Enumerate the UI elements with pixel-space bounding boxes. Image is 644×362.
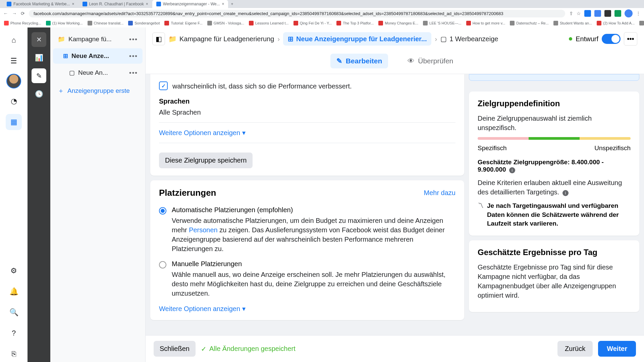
editor-header: ◧ 📁Kampagne für Leadgenerierung › ⊞Neue … bbox=[146, 27, 644, 74]
daily-results-card: Geschätzte Ergebnisse pro Tag Geschätzte… bbox=[469, 240, 639, 312]
close-icon[interactable]: × bbox=[72, 2, 74, 6]
close-button[interactable]: Schließen bbox=[154, 341, 196, 357]
tree-adset[interactable]: ⊞ Neue Anze... ••• bbox=[53, 48, 143, 64]
bookmark-item[interactable]: Datenschutz – Re... bbox=[510, 21, 549, 25]
extension-icon[interactable] bbox=[594, 10, 601, 17]
placement-manual-option[interactable]: Manuelle Platzierungen Wähle manuell aus… bbox=[159, 260, 455, 298]
browser-tab[interactable]: Leon R. Chaudhari | Facebook× bbox=[78, 0, 152, 8]
audience-size-row: Geschätzte Zielgruppengröße: 8.400.000 -… bbox=[478, 159, 631, 173]
close-icon[interactable]: × bbox=[222, 2, 224, 6]
overflow-button[interactable]: ••• bbox=[624, 32, 637, 46]
bookmark-item[interactable]: Student Wants an... bbox=[553, 21, 592, 25]
tree-ad[interactable]: ▢ Neue An... ••• bbox=[53, 65, 143, 80]
home-button[interactable]: ⌂ bbox=[6, 32, 22, 48]
radio-selected-icon[interactable] bbox=[159, 207, 166, 215]
profile-avatar[interactable] bbox=[625, 9, 633, 17]
add-adset-button[interactable]: ＋ Anzeigengruppe erste bbox=[53, 82, 143, 100]
url-input[interactable]: facebook.com/adsmanager/manage/adsets/ed… bbox=[29, 10, 565, 17]
add-label: Anzeigengruppe erste bbox=[67, 87, 130, 95]
breadcrumb-ad[interactable]: ▢1 Werbeanzeige bbox=[440, 35, 498, 43]
chart-button[interactable]: 📊 bbox=[32, 50, 46, 65]
save-audience-button[interactable]: Diese Zielgruppe speichern bbox=[159, 153, 253, 168]
bookmark-icon bbox=[249, 21, 254, 25]
bookmark-item[interactable]: Phone Recycling... bbox=[4, 21, 41, 25]
bookmark-item[interactable]: (2) How To Add A... bbox=[597, 21, 635, 25]
breadcrumb-campaign[interactable]: 📁Kampagne für Leadgenerierung bbox=[168, 35, 274, 43]
bookmark-item[interactable]: Tutorial: Eigene F... bbox=[164, 21, 202, 25]
edit-button[interactable]: ✎ bbox=[32, 68, 46, 83]
new-tab-button[interactable]: + bbox=[228, 2, 236, 6]
bookmarks-bar: Phone Recycling... (1) How Working... Ch… bbox=[0, 19, 644, 27]
bookmark-item[interactable]: (1) How Working... bbox=[46, 21, 83, 25]
export-button[interactable]: ⎘ bbox=[6, 346, 22, 362]
browser-tab[interactable]: Facebook Marketing & Werbe...× bbox=[3, 0, 78, 8]
tab-edit[interactable]: ✎Bearbeiten bbox=[330, 54, 388, 68]
help-button[interactable]: ? bbox=[6, 325, 22, 341]
people-link[interactable]: Personen bbox=[189, 226, 218, 234]
forward-icon[interactable]: → bbox=[12, 11, 17, 16]
criteria-text: Deine Kriterien erlauben aktuell eine Au… bbox=[478, 178, 631, 197]
settings-button[interactable]: ⚙ bbox=[6, 263, 22, 279]
menu-button[interactable]: ☰ bbox=[6, 53, 22, 69]
more-icon[interactable]: ••• bbox=[129, 69, 138, 76]
show-more-placements-button[interactable]: Weitere Optionen anzeigen▾ bbox=[159, 305, 455, 313]
tab-review[interactable]: 👁Überprüfen bbox=[401, 54, 459, 68]
next-button[interactable]: Weiter bbox=[598, 341, 636, 357]
bookmark-item[interactable]: Sonderangebot bbox=[128, 21, 160, 25]
close-icon[interactable]: × bbox=[146, 2, 148, 6]
placement-auto-option[interactable]: Automatische Platzierungen (empfohlen) V… bbox=[159, 206, 455, 253]
bookmark-item[interactable]: LEE 'S HOUSE---... bbox=[423, 21, 462, 25]
status-dot-icon bbox=[569, 37, 572, 41]
tree-campaign[interactable]: 📁 Kampagne fü... ••• bbox=[53, 32, 143, 47]
grid-button[interactable]: ▦ bbox=[6, 114, 22, 130]
dark-nav: ✕ 📊 ✎ 🕓 bbox=[28, 27, 50, 362]
tree-label: Kampagne fü... bbox=[68, 36, 112, 43]
languages-label: Sprachen bbox=[159, 98, 455, 105]
bookmark-item[interactable]: The Top 3 Platfor... bbox=[336, 21, 374, 25]
bookmark-item[interactable]: Money Changes E... bbox=[378, 21, 418, 25]
favicon-icon bbox=[83, 2, 87, 6]
reload-icon[interactable]: ⟳ bbox=[21, 11, 25, 16]
back-button[interactable]: Zurück bbox=[557, 341, 593, 357]
menu-icon[interactable]: ⋮ bbox=[636, 11, 641, 16]
bookmark-item[interactable]: GMSN - Volosga... bbox=[207, 21, 244, 25]
history-button[interactable]: 🕓 bbox=[32, 86, 46, 101]
share-icon[interactable]: ⇪ bbox=[569, 11, 573, 16]
learn-more-link[interactable]: Mehr dazu bbox=[424, 189, 456, 197]
extension-icon[interactable] bbox=[614, 10, 621, 17]
radio-icon[interactable] bbox=[159, 261, 166, 268]
bookmark-item[interactable]: Chinese translat... bbox=[88, 21, 124, 25]
collapse-button[interactable]: ◧ bbox=[152, 33, 165, 45]
daily-title: Geschätzte Ergebnisse pro Tag bbox=[478, 248, 631, 257]
show-more-button[interactable]: Weitere Optionen anzeigen▾ bbox=[159, 129, 455, 137]
info-icon[interactable]: i bbox=[509, 167, 515, 173]
user-avatar[interactable] bbox=[6, 74, 21, 88]
status-toggle[interactable] bbox=[602, 34, 621, 44]
breadcrumb-adset[interactable]: ⊞Neue Anzeigengruppe für Leadgenerier... bbox=[283, 32, 431, 46]
bookmark-item[interactable]: Download - Cooki... bbox=[639, 21, 644, 25]
browser-tab-active[interactable]: Werbeanzeigenmanager - We...× bbox=[152, 0, 228, 8]
adset-icon: ⊞ bbox=[63, 52, 68, 60]
star-icon[interactable]: ☆ bbox=[577, 11, 581, 16]
more-icon[interactable]: ••• bbox=[129, 52, 138, 60]
extension-icon[interactable] bbox=[584, 10, 591, 17]
extension-tray: ⇪ ☆ ⋮ bbox=[569, 9, 641, 17]
close-editor-button[interactable]: ✕ bbox=[32, 32, 46, 47]
more-icon[interactable]: ••• bbox=[129, 36, 138, 43]
gauge-label-unspecific: Unspezifisch bbox=[594, 144, 631, 152]
extension-icon[interactable] bbox=[604, 10, 611, 17]
bookmark-item[interactable]: How to get more v... bbox=[466, 21, 505, 25]
left-rail: ⌂ ☰ ◔ ▦ ⚙ 🔔 🔍 ? ⎘ bbox=[0, 27, 28, 362]
notifications-button[interactable]: 🔔 bbox=[6, 284, 22, 300]
search-button[interactable]: 🔍 bbox=[6, 304, 22, 320]
bookmark-item[interactable]: Lessons Learned t... bbox=[249, 21, 289, 25]
placements-card: Platzierungen Mehr dazu Automatische Pla… bbox=[150, 180, 464, 320]
variance-note: 〽 Je nach Targetingauswahl und verfügbar… bbox=[478, 201, 631, 228]
info-icon[interactable]: i bbox=[562, 190, 569, 196]
back-icon[interactable]: ← bbox=[3, 11, 8, 16]
gauge-button[interactable]: ◔ bbox=[6, 93, 22, 109]
editor-pane: ◧ 📁Kampagne für Leadgenerierung › ⊞Neue … bbox=[146, 27, 644, 362]
advantage-checkbox[interactable]: ✓ bbox=[159, 81, 168, 90]
bookmark-item[interactable]: Qing Fei De Yi - Y... bbox=[293, 21, 332, 25]
pencil-icon: ✎ bbox=[336, 57, 342, 65]
